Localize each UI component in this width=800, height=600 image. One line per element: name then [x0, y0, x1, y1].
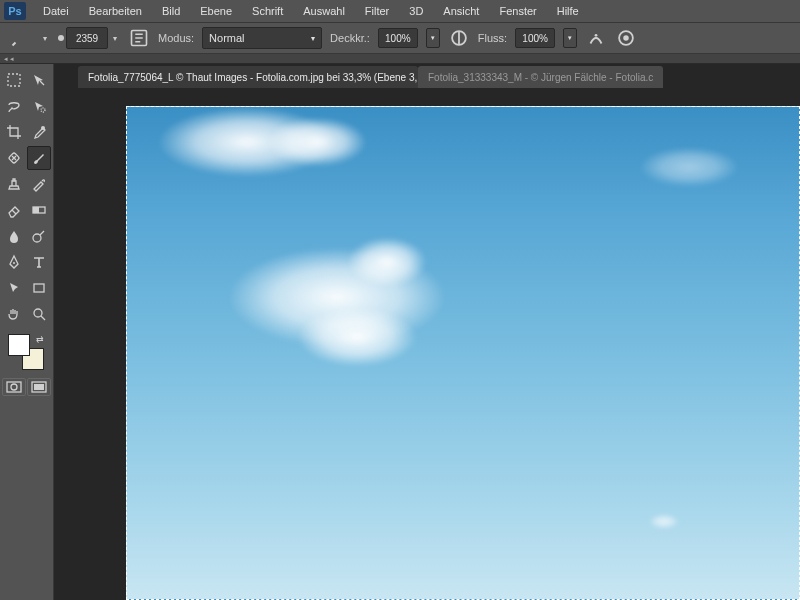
- blend-mode-value: Normal: [209, 32, 244, 44]
- brush-preview-icon: [58, 35, 64, 41]
- svg-point-14: [34, 309, 42, 317]
- document-tab-inactive[interactable]: Fotolia_31333343_M - © Jürgen Fälchle - …: [418, 66, 663, 88]
- document-tabs: Fotolia_7775064_L © Thaut Images - Fotol…: [54, 64, 800, 88]
- brush-panel-toggle[interactable]: [128, 27, 150, 49]
- flow-label: Fluss:: [478, 32, 507, 44]
- pressure-opacity-toggle[interactable]: [448, 27, 470, 49]
- brush-tool[interactable]: [27, 146, 51, 170]
- app-logo[interactable]: Ps: [4, 2, 26, 20]
- options-bar: ▾ 2359 ▾ Modus: Normal ▾ Deckkr.: 100% ▾…: [0, 22, 800, 54]
- menu-view[interactable]: Ansicht: [434, 2, 488, 20]
- swap-colors-icon[interactable]: ⇄: [36, 334, 44, 344]
- clone-stamp-tool[interactable]: [2, 172, 26, 196]
- move-tool[interactable]: [27, 68, 51, 92]
- svg-point-4: [623, 35, 629, 41]
- eyedropper-tool[interactable]: [27, 120, 51, 144]
- tools-panel: ⇄: [0, 64, 54, 600]
- menu-select[interactable]: Auswahl: [294, 2, 354, 20]
- canvas-viewport[interactable]: [54, 88, 800, 600]
- svg-rect-5: [8, 74, 20, 86]
- menu-window[interactable]: Fenster: [490, 2, 545, 20]
- menu-file[interactable]: Datei: [34, 2, 78, 20]
- svg-rect-10: [33, 207, 39, 213]
- main-area: ⇄ Fotolia_7775064_L © Thaut Images - Fot…: [0, 64, 800, 600]
- brush-picker-dropdown[interactable]: ▾: [110, 29, 120, 47]
- canvas[interactable]: [126, 106, 800, 600]
- panel-collapse-handle[interactable]: ◂◂: [0, 54, 800, 64]
- svg-point-12: [13, 262, 15, 264]
- pressure-size-toggle[interactable]: [615, 27, 637, 49]
- quick-select-tool[interactable]: [27, 94, 51, 118]
- path-select-tool[interactable]: [2, 276, 26, 300]
- flow-input[interactable]: 100%: [515, 28, 555, 48]
- document-area: Fotolia_7775064_L © Thaut Images - Fotol…: [54, 64, 800, 600]
- history-brush-tool[interactable]: [27, 172, 51, 196]
- mode-label: Modus:: [158, 32, 194, 44]
- svg-point-7: [41, 126, 45, 130]
- gradient-tool[interactable]: [27, 198, 51, 222]
- image-content: [267, 117, 367, 167]
- image-content: [639, 147, 739, 187]
- menu-image[interactable]: Bild: [153, 2, 189, 20]
- svg-rect-13: [34, 284, 44, 292]
- menu-filter[interactable]: Filter: [356, 2, 398, 20]
- tool-preset-dropdown[interactable]: ▾: [40, 29, 50, 47]
- pen-tool[interactable]: [2, 250, 26, 274]
- document-tab-title: Fotolia_31333343_M - © Jürgen Fälchle - …: [428, 72, 653, 83]
- crop-tool[interactable]: [2, 120, 26, 144]
- menu-help[interactable]: Hilfe: [548, 2, 588, 20]
- image-content: [297, 307, 417, 367]
- quick-mask-toggle[interactable]: [2, 378, 26, 396]
- type-tool[interactable]: [27, 250, 51, 274]
- color-swatches[interactable]: ⇄: [8, 334, 44, 370]
- foreground-color[interactable]: [8, 334, 30, 356]
- image-content: [347, 237, 427, 287]
- menu-3d[interactable]: 3D: [400, 2, 432, 20]
- dodge-tool[interactable]: [27, 224, 51, 248]
- zoom-tool[interactable]: [27, 302, 51, 326]
- opacity-input[interactable]: 100%: [378, 28, 418, 48]
- menu-type[interactable]: Schrift: [243, 2, 292, 20]
- healing-brush-tool[interactable]: [2, 146, 26, 170]
- svg-rect-18: [34, 384, 44, 390]
- eraser-tool[interactable]: [2, 198, 26, 222]
- opacity-dropdown[interactable]: ▾: [426, 28, 440, 48]
- chevron-down-icon: ▾: [311, 34, 315, 43]
- lasso-tool[interactable]: [2, 94, 26, 118]
- marquee-tool[interactable]: [2, 68, 26, 92]
- svg-point-11: [33, 234, 41, 242]
- menu-bar: Ps Datei Bearbeiten Bild Ebene Schrift A…: [0, 0, 800, 22]
- blur-tool[interactable]: [2, 224, 26, 248]
- svg-point-2: [595, 34, 598, 37]
- screen-mode-toggle[interactable]: [27, 378, 51, 396]
- flow-dropdown[interactable]: ▾: [563, 28, 577, 48]
- rectangle-tool[interactable]: [27, 276, 51, 300]
- hand-tool[interactable]: [2, 302, 26, 326]
- brush-size-input[interactable]: 2359: [66, 27, 108, 49]
- image-content: [649, 514, 679, 529]
- document-tab-title: Fotolia_7775064_L © Thaut Images - Fotol…: [88, 72, 418, 83]
- svg-point-6: [41, 108, 45, 112]
- menu-layer[interactable]: Ebene: [191, 2, 241, 20]
- menu-edit[interactable]: Bearbeiten: [80, 2, 151, 20]
- opacity-label: Deckkr.:: [330, 32, 370, 44]
- tool-preset-icon[interactable]: [8, 26, 32, 50]
- svg-point-16: [11, 384, 17, 390]
- document-tab-active[interactable]: Fotolia_7775064_L © Thaut Images - Fotol…: [78, 66, 418, 88]
- blend-mode-select[interactable]: Normal ▾: [202, 27, 322, 49]
- airbrush-toggle[interactable]: [585, 27, 607, 49]
